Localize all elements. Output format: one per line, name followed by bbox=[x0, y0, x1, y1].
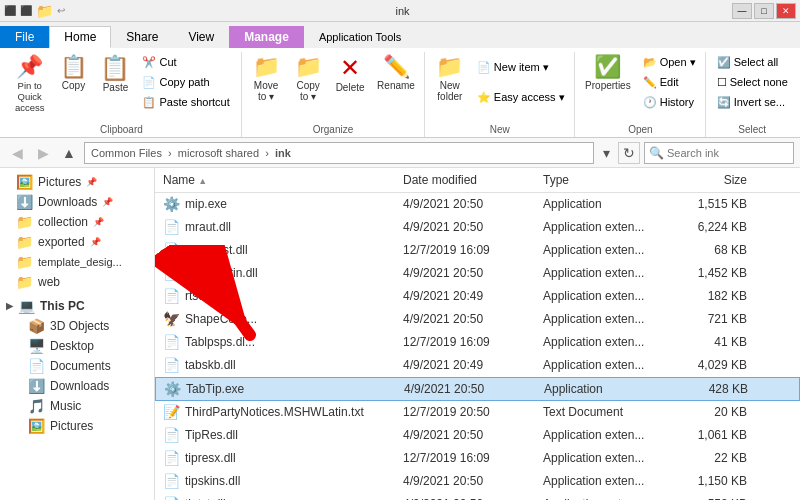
file-icon: 📄 bbox=[163, 427, 180, 443]
select-all-button[interactable]: ☑️ Select all bbox=[712, 53, 793, 72]
properties-button[interactable]: ✅ Properties bbox=[580, 52, 636, 95]
sidebar-item-template[interactable]: 📁 template_desig... bbox=[0, 252, 154, 272]
file-type-cell: Application exten... bbox=[535, 333, 675, 351]
collection-icon: 📁 bbox=[16, 214, 33, 230]
sidebar-item-documents[interactable]: 📄 Documents bbox=[0, 356, 154, 376]
column-name[interactable]: Name ▲ bbox=[155, 170, 395, 190]
file-size-cell: 6,224 KB bbox=[675, 218, 755, 236]
copy-button[interactable]: 📋 Copy bbox=[53, 52, 93, 95]
sidebar-item-downloads2[interactable]: ⬇️ Downloads bbox=[0, 376, 154, 396]
copy-path-button[interactable]: 📄 Copy path bbox=[137, 73, 234, 92]
file-name: Tablpsps.dl... bbox=[185, 335, 255, 349]
up-button[interactable]: ▲ bbox=[58, 142, 80, 164]
close-button[interactable]: ✕ bbox=[776, 3, 796, 19]
sidebar-item-web-label: web bbox=[38, 275, 60, 289]
sidebar-item-thispc[interactable]: ▶ 💻 This PC bbox=[0, 296, 154, 316]
window-action-buttons[interactable]: — □ ✕ bbox=[732, 3, 796, 19]
new-item-button[interactable]: 📄 New item ▾ bbox=[472, 58, 570, 77]
paste-shortcut-button[interactable]: 📋 Paste shortcut bbox=[137, 93, 234, 112]
file-row[interactable]: 📄 mshwLatin.dll 4/9/2021 20:50 Applicati… bbox=[155, 262, 800, 285]
file-row[interactable]: 🦅 ShapeColle... 4/9/2021 20:50 Applicati… bbox=[155, 308, 800, 331]
refresh-button[interactable]: ↻ bbox=[618, 142, 640, 164]
delete-button[interactable]: ✕ Delete bbox=[330, 52, 370, 97]
file-row[interactable]: 📄 rtscom.dll 4/9/2021 20:49 Application … bbox=[155, 285, 800, 308]
file-row[interactable]: ⚙️ mip.exe 4/9/2021 20:50 Application 1,… bbox=[155, 193, 800, 216]
edit-button[interactable]: ✏️ Edit bbox=[638, 73, 701, 92]
new-folder-button[interactable]: 📁 New folder bbox=[430, 52, 470, 106]
select-none-button[interactable]: ☐ Select none bbox=[712, 73, 793, 92]
sidebar-item-3dobjects[interactable]: 📦 3D Objects bbox=[0, 316, 154, 336]
search-input[interactable] bbox=[667, 147, 789, 159]
file-row[interactable]: 📄 tipskins.dll 4/9/2021 20:50 Applicatio… bbox=[155, 470, 800, 493]
maximize-button[interactable]: □ bbox=[754, 3, 774, 19]
cut-button[interactable]: ✂️ Cut bbox=[137, 53, 234, 72]
clipboard-small-buttons: ✂️ Cut 📄 Copy path 📋 Paste shortcut bbox=[137, 52, 234, 112]
sort-icon: ▲ bbox=[198, 176, 207, 186]
minimize-button[interactable]: — bbox=[732, 3, 752, 19]
file-row[interactable]: 📝 ThirdPartyNotices.MSHWLatin.txt 12/7/2… bbox=[155, 401, 800, 424]
tab-home[interactable]: Home bbox=[49, 26, 111, 48]
copy-to-button[interactable]: 📁 Copy to ▾ bbox=[288, 52, 328, 106]
file-size-cell: 4,029 KB bbox=[675, 356, 755, 374]
column-date[interactable]: Date modified bbox=[395, 170, 535, 190]
file-icon: 📄 bbox=[163, 242, 180, 258]
ribbon-tabs: File Home Share View Manage Application … bbox=[0, 22, 800, 48]
file-date-cell: 4/9/2021 20:49 bbox=[395, 356, 535, 374]
pin-to-quick-access-button[interactable]: 📌 Pin to Quick access bbox=[8, 52, 51, 117]
easy-access-button[interactable]: ⭐ Easy access ▾ bbox=[472, 88, 570, 107]
tab-manage[interactable]: Manage bbox=[229, 26, 304, 48]
sidebar-item-downloads[interactable]: ⬇️ Downloads 📌 bbox=[0, 192, 154, 212]
move-to-button[interactable]: 📁 Move to ▾ bbox=[246, 52, 286, 106]
select-group: ☑️ Select all ☐ Select none 🔄 Invert se.… bbox=[706, 52, 798, 137]
file-row[interactable]: 📄 tabskb.dll 4/9/2021 20:49 Application … bbox=[155, 354, 800, 377]
rename-button[interactable]: ✏️ Rename bbox=[372, 52, 420, 95]
history-button[interactable]: 🕐 History bbox=[638, 93, 701, 112]
file-type-cell: Application exten... bbox=[535, 241, 675, 259]
column-size-label: Size bbox=[724, 173, 747, 187]
sidebar-item-pictures[interactable]: 🖼️ Pictures 📌 bbox=[0, 172, 154, 192]
sidebar-item-web[interactable]: 📁 web bbox=[0, 272, 154, 292]
tab-view[interactable]: View bbox=[173, 26, 229, 48]
column-type[interactable]: Type bbox=[535, 170, 675, 190]
web-icon: 📁 bbox=[16, 274, 33, 290]
address-dropdown-button[interactable]: ▾ bbox=[598, 142, 614, 164]
search-box[interactable]: 🔍 bbox=[644, 142, 794, 164]
forward-button[interactable]: ▶ bbox=[32, 142, 54, 164]
file-row[interactable]: 📄 mraut.dll 4/9/2021 20:50 Application e… bbox=[155, 216, 800, 239]
delete-icon: ✕ bbox=[340, 56, 360, 80]
new-buttons: 📁 New folder 📄 New item ▾ ⭐ Easy access … bbox=[430, 52, 570, 122]
tab-share[interactable]: Share bbox=[111, 26, 173, 48]
sidebar-item-exported[interactable]: 📁 exported 📌 bbox=[0, 232, 154, 252]
file-list[interactable]: Name ▲ Date modified Type Size ⚙️ mip.ex… bbox=[155, 168, 800, 500]
paste-label: Paste bbox=[103, 82, 129, 93]
easy-access-icon: ⭐ bbox=[477, 91, 491, 104]
new-folder-icon: 📁 bbox=[436, 56, 463, 78]
file-row[interactable]: 📄 TipRes.dll 4/9/2021 20:50 Application … bbox=[155, 424, 800, 447]
sidebar-item-music[interactable]: 🎵 Music bbox=[0, 396, 154, 416]
organize-buttons: 📁 Move to ▾ 📁 Copy to ▾ ✕ Delete ✏️ Rena… bbox=[246, 52, 420, 122]
address-bar[interactable]: Common Files › microsoft shared › ink bbox=[84, 142, 594, 164]
file-row[interactable]: 📄 Tablpsps.dl... 12/7/2019 16:09 Applica… bbox=[155, 331, 800, 354]
file-name-cell: ⚙️ TabTip.exe bbox=[156, 379, 396, 399]
tab-file[interactable]: File bbox=[0, 26, 49, 48]
sidebar-item-pictures2[interactable]: 🖼️ Pictures bbox=[0, 416, 154, 436]
file-row[interactable]: 📄 tintct.dll 4/9/2021 20:50 Application … bbox=[155, 493, 800, 500]
file-row[interactable]: 📄 tipresx.dll 12/7/2019 16:09 Applicatio… bbox=[155, 447, 800, 470]
tab-application-tools[interactable]: Application Tools bbox=[304, 26, 416, 48]
ribbon-content: 📌 Pin to Quick access 📋 Copy 📋 Paste bbox=[0, 48, 800, 137]
file-date-cell: 4/9/2021 20:50 bbox=[396, 380, 536, 398]
sidebar-item-thispc-label: This PC bbox=[40, 299, 85, 313]
sidebar-item-desktop[interactable]: 🖥️ Desktop bbox=[0, 336, 154, 356]
back-button[interactable]: ◀ bbox=[6, 142, 28, 164]
tab-application-tools-label: Application Tools bbox=[319, 31, 401, 43]
new-item-label: New item ▾ bbox=[494, 61, 549, 74]
file-row[interactable]: ⚙️ TabTip.exe 4/9/2021 20:50 Application… bbox=[155, 377, 800, 401]
invert-selection-button[interactable]: 🔄 Invert se... bbox=[712, 93, 793, 112]
paste-button[interactable]: 📋 Paste bbox=[95, 52, 135, 97]
column-size[interactable]: Size bbox=[675, 170, 755, 190]
open-button[interactable]: 📂 Open ▾ bbox=[638, 53, 701, 72]
file-row[interactable]: 📄 mshwgst.dll 12/7/2019 16:09 Applicatio… bbox=[155, 239, 800, 262]
sidebar-item-collection[interactable]: 📁 collection 📌 bbox=[0, 212, 154, 232]
undo-icon: ↩ bbox=[57, 5, 65, 16]
file-icon: ⚙️ bbox=[163, 196, 180, 212]
